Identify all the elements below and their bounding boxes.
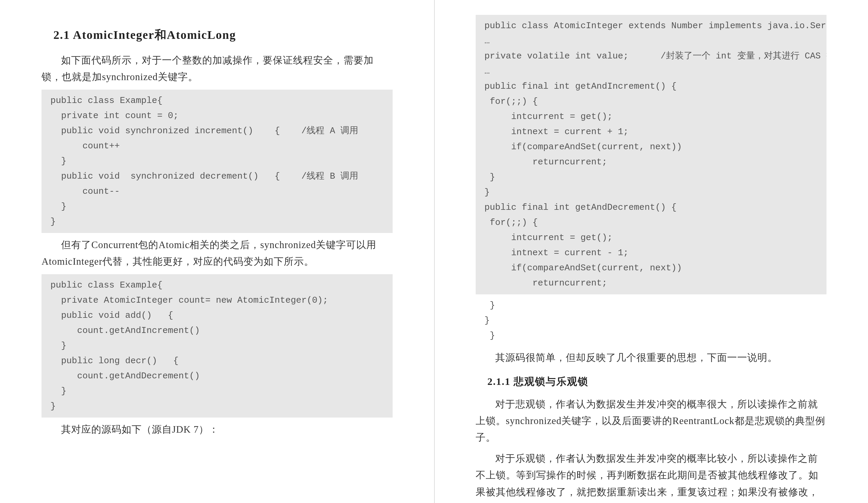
code-block-atomicinteger-source-tail: } } }	[476, 298, 827, 346]
sub-heading-2-1-1: 2.1.1 悲观锁与乐观锁	[487, 375, 827, 389]
code-block-example-sync: public class Example{ private int count …	[42, 90, 393, 233]
code-block-atomicinteger-source: public class AtomicInteger extends Numbe…	[476, 15, 827, 294]
page-left: 2.1 AtomicInteger和AtomicLong 如下面代码所示，对于一…	[0, 0, 434, 503]
paragraph-pessimistic-lock: 对于悲观锁，作者认为数据发生并发冲突的概率很大，所以读操作之前就上锁。synch…	[476, 396, 827, 446]
paragraph-atomic-intro: 但有了Concurrent包的Atomic相关的类之后，synchronized…	[42, 237, 393, 270]
page-right: public class AtomicInteger extends Numbe…	[434, 0, 868, 503]
section-heading-2-1: 2.1 AtomicInteger和AtomicLong	[53, 27, 393, 43]
paragraph-optimistic-lock: 对于乐观锁，作者认为数据发生并发冲突的概率比较小，所以读操作之前不上锁。等到写操…	[476, 450, 827, 503]
paragraph-source-intro: 其对应的源码如下（源自JDK 7）：	[42, 421, 393, 438]
code-block-example-atomic: public class Example{ private AtomicInte…	[42, 274, 393, 418]
paragraph-source-summary: 其源码很简单，但却反映了几个很重要的思想，下面一一说明。	[476, 349, 827, 366]
paragraph-intro: 如下面代码所示，对于一个整数的加减操作，要保证线程安全，需要加锁，也就是加syn…	[42, 52, 393, 85]
